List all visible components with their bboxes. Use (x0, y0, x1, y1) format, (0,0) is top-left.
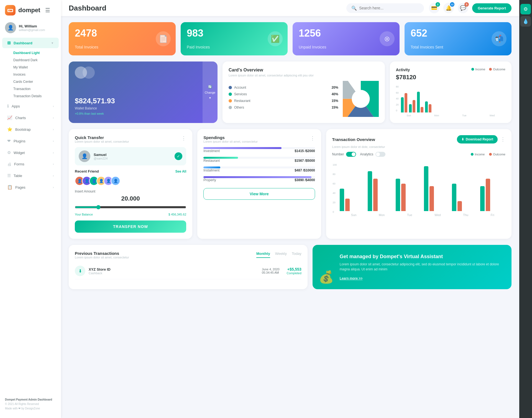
bar-group-thu-big (452, 184, 477, 211)
recent-friend-label: Recent Friend (75, 169, 99, 173)
apps-icon: ℹ (7, 104, 9, 109)
water-drop-icon-btn[interactable]: 💧 (520, 16, 531, 27)
prev-trans-subtitle: Lorem ipsum dolor sit amet, consectetur (75, 256, 129, 259)
number-toggle[interactable] (346, 152, 356, 157)
transfer-now-button[interactable]: TRANSFER NOW (75, 220, 186, 233)
stat-label-3: Total Invoices Sent (411, 45, 505, 49)
amount-slider[interactable] (75, 205, 186, 209)
spending-bar-fill-installment (203, 166, 220, 168)
download-report-button[interactable]: ⬇ Download Report (457, 135, 498, 143)
nav-item-plugins[interactable]: ❤ Plugins › (2, 136, 59, 146)
settings-icon-btn[interactable]: ⚙ (520, 4, 531, 14)
big-bar-income-tue (396, 179, 400, 211)
nav-item-dashboard[interactable]: ⊞ Dashboard ▼ (2, 38, 59, 48)
quick-transfer-menu-icon[interactable]: ⋮ (181, 135, 186, 141)
bar-group-mon-big (368, 171, 393, 211)
spendings-title: Spendings (203, 135, 258, 140)
nav-sub-transaction[interactable]: Transaction (11, 85, 61, 93)
bar-outcome-mon (413, 100, 415, 112)
bell-icon-btn[interactable]: 🔔 12 (443, 3, 454, 13)
search-box: 🔍 (346, 3, 424, 13)
bar-income-mon (409, 104, 412, 112)
wallet-amount: $824,571.93 (75, 97, 211, 105)
trans-income-dot (471, 153, 474, 156)
trans-name: XYZ Store ID (89, 267, 111, 271)
unpaid-icon: ⊗ (380, 31, 395, 46)
contact-avatar-samuel: 👤 (79, 150, 90, 162)
nav-sub-dashboard-light[interactable]: Dashboard Light (11, 49, 61, 57)
tab-weekly[interactable]: Weekly (275, 252, 287, 258)
nav-sub-my-wallet[interactable]: My Wallet (11, 64, 61, 71)
nav-sub-dashboard-dark[interactable]: Dashboard Dark (11, 57, 61, 64)
bar-income-wed (425, 101, 428, 112)
spending-bar-fill-property (203, 176, 311, 178)
nav-item-charts[interactable]: 📈 Charts › (2, 112, 59, 123)
nav-item-forms[interactable]: 🖨 Forms › (2, 159, 59, 169)
spendings-menu-icon[interactable]: ⋮ (310, 135, 315, 141)
pages-icon: 📋 (7, 185, 12, 190)
nav-item-apps[interactable]: ℹ Apps › (2, 101, 59, 111)
trans-y-axis: 020406080100 (332, 163, 337, 213)
change-card-button[interactable]: 🔄 Change ▼ (203, 61, 218, 123)
hamburger-icon[interactable]: ☰ (45, 7, 50, 14)
toggle-number-group: Number (332, 152, 356, 157)
va-learn-more-link[interactable]: Learn more >> (340, 276, 363, 280)
spending-item-investment: Investment $1415 /$2000 (203, 147, 315, 153)
svg-rect-0 (9, 11, 10, 11)
sent-icon: 📬 (492, 31, 507, 46)
legend-dot-restaurant (229, 99, 232, 102)
card-overview-subtitle: Lorem ipsum dolor sit amet, consectetur … (229, 74, 379, 77)
legend-item-others: Others 15% (229, 106, 338, 109)
stat-number-2: 1256 (299, 28, 393, 38)
legend-dot-others (229, 106, 232, 109)
nav-item-widget[interactable]: ⚙ Widget › (2, 147, 59, 158)
user-profile-area: 👤 Hi, William william@gmail.com (0, 18, 61, 37)
dashboard-submenu: Dashboard Light Dashboard Dark My Wallet… (0, 49, 61, 100)
analytics-toggle[interactable] (375, 152, 385, 157)
quick-transfer-panel: Quick Transfer Lorem ipsum dolor sit ame… (69, 129, 192, 239)
chevron-right-icon: › (53, 186, 54, 189)
trans-bar-chart (340, 161, 505, 211)
app-name: dompet (18, 7, 40, 14)
big-bar-outcome-mon (373, 179, 378, 211)
trans-overview-title: Transaction Overview (332, 137, 375, 142)
tab-monthly[interactable]: Monthly (256, 252, 270, 258)
activity-amount: $78120 (396, 74, 505, 81)
trans-legend-row: Income Outcome (471, 153, 505, 156)
check-icon: ✓ (175, 152, 182, 160)
toggle-row: Number Analytics Income (332, 152, 505, 157)
nav-item-pages[interactable]: 📋 Pages › (2, 182, 59, 193)
bar-group-sun-big (340, 189, 365, 211)
amount-slider-container (75, 205, 186, 211)
header: Dashboard 🔍 💳 2 🔔 12 💬 5 Generate Report (61, 0, 519, 16)
nav-sub-invoices[interactable]: Invoices (11, 71, 61, 78)
legend-dot-account (229, 86, 232, 89)
stat-number-3: 652 (411, 28, 505, 38)
search-input[interactable] (359, 6, 415, 10)
wallet-circle-2 (83, 66, 95, 79)
contact-handle: @sam224 (94, 157, 108, 160)
nav-item-bootstrap[interactable]: ⭐ Bootstrap › (2, 124, 59, 135)
bar-income-sun (401, 97, 404, 112)
sidebar-footer: Dompet Payment Admin Dashboard © 2021 Al… (0, 395, 61, 414)
recent-friends-row: Recent Friend See All (75, 169, 186, 173)
trans-overview-menu-icon[interactable]: ⋮ (500, 136, 505, 142)
overview-legend: Account 20% Services 40% Restaurant 15% (229, 86, 338, 112)
sidebar: dompet ☰ 👤 Hi, William william@gmail.com… (0, 0, 61, 418)
y-axis-labels: 806040200 (396, 85, 399, 112)
va-icon: 💰 (319, 270, 334, 284)
tab-today[interactable]: Today (292, 252, 301, 258)
nav-item-table[interactable]: ☰ Table › (2, 170, 59, 181)
wallet-label: Wallet Balance (75, 106, 211, 110)
big-bar-outcome-thu (457, 201, 462, 211)
trans-icon-green: ⬇ (75, 266, 85, 276)
nav-sub-cards-center[interactable]: Cards Center (11, 78, 61, 85)
nav-sub-transaction-details[interactable]: Transaction Details (11, 93, 61, 100)
see-all-link[interactable]: See All (175, 170, 186, 173)
wallet-icon-btn[interactable]: 💳 2 (429, 3, 439, 13)
generate-report-button[interactable]: Generate Report (472, 3, 511, 13)
view-more-button[interactable]: View More (203, 188, 315, 200)
activity-bar-chart: 806040200 (396, 85, 505, 112)
user-greeting: Hi, William (19, 24, 45, 28)
chat-icon-btn[interactable]: 💬 5 (458, 3, 468, 13)
